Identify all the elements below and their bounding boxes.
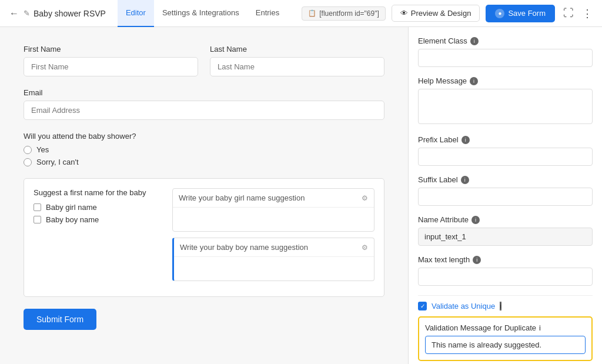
nav-tabs: Editor Settings & Integrations Entries	[118, 0, 287, 27]
nested-right: Write your baby girl name suggestion ⚙ W…	[172, 188, 374, 287]
no-label: Sorry, I can't	[36, 158, 79, 166]
form-area: First Name Last Name Email Will you atte…	[0, 27, 408, 364]
validation-message-input[interactable]	[425, 336, 586, 354]
no-radio[interactable]	[24, 158, 32, 166]
boy-checkbox-box[interactable]	[34, 216, 41, 223]
boy-name-label: Baby boy name	[46, 215, 99, 224]
form-title: Baby shower RSVP	[34, 9, 106, 18]
boy-suggestion-field: Write your baby boy name suggestion ⚙	[172, 238, 374, 281]
last-name-input[interactable]	[210, 57, 384, 76]
suffix-label-section: Suffix Label i	[418, 175, 593, 206]
girl-suggestion-field: Write your baby girl name suggestion ⚙	[172, 188, 374, 232]
prefix-info-icon: i	[461, 136, 470, 144]
nested-left: Suggest a first name for the baby Baby g…	[34, 188, 163, 287]
name-row: First Name Last Name	[24, 45, 384, 76]
nested-title: Suggest a first name for the baby	[34, 188, 163, 197]
tab-entries[interactable]: Entries	[248, 0, 287, 27]
email-input[interactable]	[24, 101, 384, 120]
validation-message-box: Validation Message for Duplicate i	[418, 316, 593, 361]
name-attr-info-icon: i	[471, 216, 480, 224]
attend-section: Will you attend the baby shower? Yes Sor…	[24, 132, 384, 166]
validate-unique-checkbox[interactable]	[418, 302, 427, 310]
form-icon: 📋	[308, 9, 316, 17]
first-name-label: First Name	[24, 45, 198, 54]
eye-icon: 👁	[400, 9, 408, 18]
girl-field-label: Write your baby girl name suggestion	[179, 193, 305, 202]
help-message-info-icon: i	[470, 77, 478, 85]
max-text-info-icon: i	[473, 256, 481, 264]
girl-field-settings-icon[interactable]: ⚙	[362, 194, 368, 202]
girl-field-body	[173, 208, 374, 231]
girl-field-header: Write your baby girl name suggestion ⚙	[173, 189, 374, 208]
prefix-label-section: Prefix Label i	[418, 135, 593, 166]
name-attribute-label: Name Attribute i	[418, 215, 593, 224]
help-message-label: Help Message i	[418, 76, 593, 85]
girl-name-label: Baby girl name	[46, 203, 97, 212]
save-form-button[interactable]: ● Save Form	[486, 5, 555, 22]
girl-name-checkbox[interactable]: Baby girl name	[34, 203, 163, 212]
save-icon: ●	[495, 9, 504, 18]
validate-unique-label: Validate as Unique	[432, 302, 495, 310]
main-layout: First Name Last Name Email Will you atte…	[0, 27, 602, 364]
form-id-badge[interactable]: 📋 [fluentform id="69"]	[302, 6, 386, 21]
element-class-section: Element Class i	[418, 36, 593, 67]
suffix-info-icon: i	[461, 176, 469, 184]
name-attribute-value: input_text_1	[418, 228, 593, 246]
submit-button[interactable]: Submit Form	[24, 309, 96, 330]
validate-unique-row: Validate as Unique i	[418, 302, 593, 310]
help-message-textarea[interactable]	[418, 89, 593, 124]
preview-label: Preview & Design	[411, 9, 471, 18]
help-message-section: Help Message i	[418, 76, 593, 126]
yes-label: Yes	[36, 145, 49, 154]
email-label: Email	[24, 88, 384, 97]
max-text-length-input[interactable]	[418, 268, 593, 286]
attend-no-option[interactable]: Sorry, I can't	[24, 158, 384, 166]
element-class-info-icon: i	[470, 37, 479, 45]
attend-label: Will you attend the baby shower?	[24, 132, 384, 141]
suffix-label-label: Suffix Label i	[418, 175, 593, 184]
edit-icon: ✎	[24, 9, 30, 18]
name-attribute-section: Name Attribute i input_text_1	[418, 215, 593, 246]
back-button[interactable]: ←	[9, 8, 19, 19]
top-nav: ← ✎ Baby shower RSVP Editor Settings & I…	[0, 0, 602, 27]
girl-checkbox-box[interactable]	[34, 203, 41, 211]
max-text-length-label: Max text length i	[418, 255, 593, 264]
boy-field-header: Write your baby boy name suggestion ⚙	[174, 238, 374, 257]
max-text-length-section: Max text length i	[418, 255, 593, 286]
form-id-text: [fluentform id="69"]	[319, 9, 379, 18]
element-class-input[interactable]	[418, 49, 593, 67]
last-name-group: Last Name	[210, 45, 384, 76]
validate-unique-info-icon: i	[500, 302, 501, 310]
preview-button[interactable]: 👁 Preview & Design	[392, 5, 480, 22]
boy-field-body	[174, 257, 374, 280]
element-class-label: Element Class i	[418, 36, 593, 45]
email-group: Email	[24, 88, 384, 120]
attend-yes-option[interactable]: Yes	[24, 145, 384, 154]
validation-msg-info-icon: i	[539, 323, 541, 332]
validation-message-label: Validation Message for Duplicate i	[425, 323, 586, 332]
prefix-label-input[interactable]	[418, 148, 593, 166]
save-label: Save Form	[508, 9, 546, 18]
nav-title: ✎ Baby shower RSVP	[24, 9, 106, 18]
boy-field-label: Write your baby boy name suggestion	[180, 243, 308, 252]
tab-settings[interactable]: Settings & Integrations	[154, 0, 248, 27]
nav-actions: 📋 [fluentform id="69"] 👁 Preview & Desig…	[302, 5, 593, 22]
first-name-input[interactable]	[24, 57, 198, 76]
boy-name-checkbox[interactable]: Baby boy name	[34, 215, 163, 224]
divider-1	[418, 295, 593, 296]
first-name-group: First Name	[24, 45, 198, 76]
suffix-label-input[interactable]	[418, 188, 593, 206]
prefix-label-label: Prefix Label i	[418, 135, 593, 144]
nested-form-widget: Suggest a first name for the baby Baby g…	[24, 178, 384, 297]
tab-editor[interactable]: Editor	[118, 0, 154, 27]
right-panel: Element Class i Help Message i Prefix La…	[408, 27, 602, 364]
last-name-label: Last Name	[210, 45, 384, 54]
more-options-icon[interactable]: ⋮	[582, 7, 593, 20]
boy-field-settings-icon[interactable]: ⚙	[362, 243, 368, 252]
yes-radio[interactable]	[24, 146, 32, 154]
expand-icon[interactable]: ⛶	[563, 7, 574, 19]
